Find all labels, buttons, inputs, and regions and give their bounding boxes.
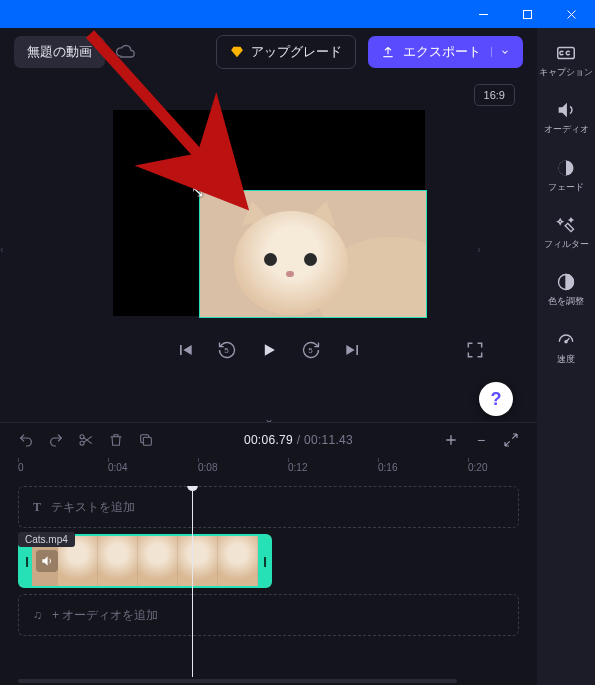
zoom-fit-button[interactable] [503,432,519,448]
svg-point-10 [565,340,567,342]
ruler-tick: 0:04 [108,462,127,473]
cloud-sync-icon[interactable] [115,42,135,62]
upgrade-button[interactable]: アップグレード [216,35,356,69]
resize-cursor-icon: ⤡ [191,182,204,201]
duplicate-button[interactable] [138,432,154,448]
right-side-rail: キャプション オーディオ フェード フィルター 色を調整 速度 [537,28,595,685]
text-track-label: テキストを追加 [51,499,135,516]
split-button[interactable] [78,432,94,448]
skip-end-button[interactable] [343,340,363,360]
rail-label: フェード [548,182,584,192]
rail-audio[interactable]: オーディオ [537,95,595,138]
window-minimize-button[interactable] [461,0,505,28]
left-panel-expand-handle[interactable]: ‹ [0,76,14,422]
delete-button[interactable] [108,432,124,448]
text-track[interactable]: T テキストを追加 [18,486,519,528]
ruler-tick: 0 [18,462,24,473]
speaker-icon [555,99,577,121]
text-track-icon: T [33,500,41,515]
window-maximize-button[interactable] [505,0,549,28]
speedometer-icon [555,329,577,351]
forward-5-button[interactable]: 5 [301,340,321,360]
app-root: 無題の動画 アップグレード エクスポート [0,0,595,685]
rail-color[interactable]: 色を調整 [537,267,595,310]
upload-icon [381,45,395,59]
diamond-icon [230,45,244,59]
fullscreen-button[interactable] [465,340,485,360]
add-track-button[interactable] [443,432,459,448]
svg-rect-6 [143,437,151,445]
export-button[interactable]: エクスポート [368,36,523,68]
rail-captions[interactable]: キャプション [537,38,595,81]
undo-button[interactable] [18,432,34,448]
help-button[interactable]: ? [479,382,513,416]
rail-label: オーディオ [544,124,589,134]
rail-fade[interactable]: フェード [537,153,595,196]
time-display: 00:06.79 / 00:11.43 [244,433,353,447]
ruler-tick: 0:20 [468,462,487,473]
main-row: 無題の動画 アップグレード エクスポート [0,28,595,685]
magic-wand-icon [555,214,577,236]
ruler-tick: 0:08 [198,462,217,473]
export-label: エクスポート [403,43,481,61]
window-close-button[interactable] [549,0,593,28]
upgrade-label: アップグレード [251,43,342,61]
audio-track-label: + オーディオを追加 [52,607,158,624]
clip-trim-right-handle[interactable]: || [258,536,270,586]
rail-label: キャプション [539,67,593,77]
preview-area: 16:9 ‹ › ⤡ 5 [0,76,537,422]
timeline-tracks: T テキストを追加 Cats.mp4 || || [18,486,519,677]
top-toolbar: 無題の動画 アップグレード エクスポート [0,28,537,76]
clip-mute-icon[interactable] [36,550,58,572]
rail-filter[interactable]: フィルター [537,210,595,253]
ruler-tick: 0:12 [288,462,307,473]
captions-icon [555,42,577,64]
contrast-icon [555,271,577,293]
play-button[interactable] [259,340,279,360]
chevron-down-icon[interactable] [491,47,510,57]
rail-label: 色を調整 [548,296,584,306]
rail-label: 速度 [557,354,575,364]
skip-start-button[interactable] [175,340,195,360]
project-title[interactable]: 無題の動画 [14,36,105,68]
clip-name-label: Cats.mp4 [18,532,75,547]
window-titlebar [0,0,595,28]
fade-icon [555,157,577,179]
video-track[interactable]: Cats.mp4 || || [18,534,519,588]
redo-button[interactable] [48,432,64,448]
ruler-tick: 0:16 [378,462,397,473]
selected-clip-overlay[interactable] [199,190,427,318]
audio-track[interactable]: ♫ + オーディオを追加 [18,594,519,636]
right-panel-expand-handle[interactable]: › [467,76,481,422]
rail-speed[interactable]: 速度 [537,325,595,368]
clip-thumbnails [58,536,258,586]
horizontal-scrollbar[interactable] [18,679,457,683]
zoom-out-button[interactable]: − [473,432,489,448]
music-note-icon: ♫ [33,608,42,622]
rewind-5-button[interactable]: 5 [217,340,237,360]
playhead[interactable] [192,486,193,677]
rail-label: フィルター [544,239,589,249]
preview-canvas[interactable]: ⤡ [113,110,425,316]
timeline-toolbar: 00:06.79 / 00:11.43 − [0,423,537,457]
timeline-panel: 00:06.79 / 00:11.43 − 0 0:04 0:08 0:12 0… [0,422,537,685]
svg-rect-1 [523,10,531,18]
transport-controls: 5 5 [113,330,425,370]
main-column: 無題の動画 アップグレード エクスポート [0,28,537,685]
timeline-ruler[interactable]: 0 0:04 0:08 0:12 0:16 0:20 [18,457,519,484]
